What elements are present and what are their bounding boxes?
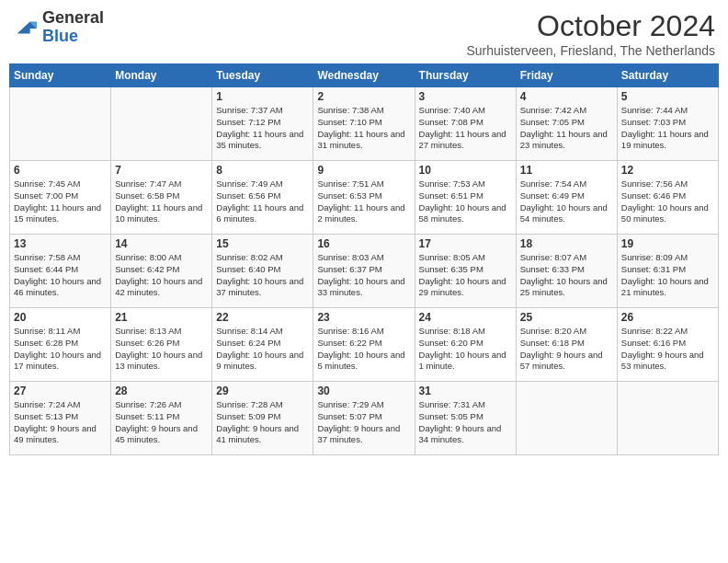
day-number: 19 xyxy=(621,237,714,250)
day-number: 8 xyxy=(216,164,309,177)
cell-content: Sunrise: 8:09 AMSunset: 6:31 PMDaylight:… xyxy=(621,252,714,299)
cell-content: Sunrise: 7:24 AMSunset: 5:13 PMDaylight:… xyxy=(14,399,107,446)
calendar-cell: 11Sunrise: 7:54 AMSunset: 6:49 PMDayligh… xyxy=(516,161,617,235)
calendar-cell xyxy=(516,382,617,455)
cell-content: Sunrise: 8:22 AMSunset: 6:16 PMDaylight:… xyxy=(621,326,714,373)
day-number: 10 xyxy=(419,164,512,177)
calendar-cell: 24Sunrise: 8:18 AMSunset: 6:20 PMDayligh… xyxy=(415,308,516,382)
cell-content: Sunrise: 8:02 AMSunset: 6:40 PMDaylight:… xyxy=(216,252,309,299)
cell-content: Sunrise: 7:38 AMSunset: 7:10 PMDaylight:… xyxy=(317,105,410,152)
day-number: 30 xyxy=(317,385,410,397)
cell-content: Sunrise: 8:07 AMSunset: 6:33 PMDaylight:… xyxy=(520,252,613,299)
page-header: General Blue October 2024 Surhuisterveen… xyxy=(9,9,719,58)
day-number: 6 xyxy=(14,164,107,177)
cell-content: Sunrise: 8:20 AMSunset: 6:18 PMDaylight:… xyxy=(520,326,613,373)
calendar-cell: 29Sunrise: 7:28 AMSunset: 5:09 PMDayligh… xyxy=(212,382,313,455)
logo-text: General Blue xyxy=(42,9,104,46)
cell-content: Sunrise: 7:53 AMSunset: 6:51 PMDaylight:… xyxy=(419,178,512,225)
calendar-week-row: 13Sunrise: 7:58 AMSunset: 6:44 PMDayligh… xyxy=(10,235,719,308)
day-number: 28 xyxy=(115,385,208,397)
cell-content: Sunrise: 7:54 AMSunset: 6:49 PMDaylight:… xyxy=(520,178,613,225)
cell-content: Sunrise: 7:40 AMSunset: 7:08 PMDaylight:… xyxy=(419,105,512,152)
cell-content: Sunrise: 8:14 AMSunset: 6:24 PMDaylight:… xyxy=(216,326,309,373)
calendar-cell: 16Sunrise: 8:03 AMSunset: 6:37 PMDayligh… xyxy=(313,235,415,308)
calendar-cell xyxy=(617,382,718,455)
day-number: 12 xyxy=(621,164,714,177)
day-number: 2 xyxy=(317,90,410,103)
day-number: 5 xyxy=(621,90,714,103)
logo: General Blue xyxy=(13,9,104,46)
weekday-header-monday: Monday xyxy=(111,64,212,87)
calendar-cell: 19Sunrise: 8:09 AMSunset: 6:31 PMDayligh… xyxy=(617,235,718,308)
day-number: 17 xyxy=(419,237,512,250)
cell-content: Sunrise: 7:58 AMSunset: 6:44 PMDaylight:… xyxy=(14,252,107,299)
calendar-cell: 12Sunrise: 7:56 AMSunset: 6:46 PMDayligh… xyxy=(617,161,718,235)
calendar-cell: 8Sunrise: 7:49 AMSunset: 6:56 PMDaylight… xyxy=(212,161,313,235)
weekday-header-friday: Friday xyxy=(516,64,617,87)
weekday-header-thursday: Thursday xyxy=(415,64,516,87)
calendar-cell: 6Sunrise: 7:45 AMSunset: 7:00 PMDaylight… xyxy=(10,161,111,235)
calendar-cell: 1Sunrise: 7:37 AMSunset: 7:12 PMDaylight… xyxy=(212,87,313,161)
calendar-cell: 15Sunrise: 8:02 AMSunset: 6:40 PMDayligh… xyxy=(212,235,313,308)
calendar-cell: 28Sunrise: 7:26 AMSunset: 5:11 PMDayligh… xyxy=(111,382,212,455)
cell-content: Sunrise: 8:05 AMSunset: 6:35 PMDaylight:… xyxy=(419,252,512,299)
day-number: 13 xyxy=(14,237,107,250)
calendar-cell: 30Sunrise: 7:29 AMSunset: 5:07 PMDayligh… xyxy=(313,382,415,455)
cell-content: Sunrise: 8:13 AMSunset: 6:26 PMDaylight:… xyxy=(115,326,208,373)
day-number: 9 xyxy=(317,164,410,177)
calendar-week-row: 27Sunrise: 7:24 AMSunset: 5:13 PMDayligh… xyxy=(10,382,719,455)
cell-content: Sunrise: 7:49 AMSunset: 6:56 PMDaylight:… xyxy=(216,178,309,225)
title-block: October 2024 Surhuisterveen, Friesland, … xyxy=(466,9,715,58)
day-number: 3 xyxy=(419,90,512,103)
calendar-cell: 21Sunrise: 8:13 AMSunset: 6:26 PMDayligh… xyxy=(111,308,212,382)
calendar-cell: 3Sunrise: 7:40 AMSunset: 7:08 PMDaylight… xyxy=(415,87,516,161)
day-number: 16 xyxy=(317,237,410,250)
day-number: 29 xyxy=(216,385,309,397)
calendar-cell: 14Sunrise: 8:00 AMSunset: 6:42 PMDayligh… xyxy=(111,235,212,308)
calendar-cell: 25Sunrise: 8:20 AMSunset: 6:18 PMDayligh… xyxy=(516,308,617,382)
cell-content: Sunrise: 7:44 AMSunset: 7:03 PMDaylight:… xyxy=(621,105,714,152)
day-number: 22 xyxy=(216,311,309,324)
day-number: 27 xyxy=(14,385,107,397)
calendar-cell: 5Sunrise: 7:44 AMSunset: 7:03 PMDaylight… xyxy=(617,87,718,161)
cell-content: Sunrise: 7:31 AMSunset: 5:05 PMDaylight:… xyxy=(419,399,512,446)
weekday-header-wednesday: Wednesday xyxy=(313,64,415,87)
cell-content: Sunrise: 8:03 AMSunset: 6:37 PMDaylight:… xyxy=(317,252,410,299)
calendar-cell: 2Sunrise: 7:38 AMSunset: 7:10 PMDaylight… xyxy=(313,87,415,161)
calendar-week-row: 6Sunrise: 7:45 AMSunset: 7:00 PMDaylight… xyxy=(10,161,719,235)
day-number: 26 xyxy=(621,311,714,324)
cell-content: Sunrise: 7:42 AMSunset: 7:05 PMDaylight:… xyxy=(520,105,613,152)
weekday-header-saturday: Saturday xyxy=(617,64,718,87)
calendar-cell: 31Sunrise: 7:31 AMSunset: 5:05 PMDayligh… xyxy=(415,382,516,455)
calendar-week-row: 20Sunrise: 8:11 AMSunset: 6:28 PMDayligh… xyxy=(10,308,719,382)
calendar-cell: 27Sunrise: 7:24 AMSunset: 5:13 PMDayligh… xyxy=(10,382,111,455)
cell-content: Sunrise: 7:51 AMSunset: 6:53 PMDaylight:… xyxy=(317,178,410,225)
logo-icon xyxy=(13,15,39,40)
month-title: October 2024 xyxy=(466,9,715,43)
cell-content: Sunrise: 7:28 AMSunset: 5:09 PMDaylight:… xyxy=(216,399,309,446)
cell-content: Sunrise: 7:26 AMSunset: 5:11 PMDaylight:… xyxy=(115,399,208,446)
calendar-week-row: 1Sunrise: 7:37 AMSunset: 7:12 PMDaylight… xyxy=(10,87,719,161)
calendar-cell: 20Sunrise: 8:11 AMSunset: 6:28 PMDayligh… xyxy=(10,308,111,382)
day-number: 14 xyxy=(115,237,208,250)
calendar-cell: 7Sunrise: 7:47 AMSunset: 6:58 PMDaylight… xyxy=(111,161,212,235)
day-number: 21 xyxy=(115,311,208,324)
cell-content: Sunrise: 8:11 AMSunset: 6:28 PMDaylight:… xyxy=(14,326,107,373)
weekday-header-sunday: Sunday xyxy=(10,64,111,87)
calendar-cell: 4Sunrise: 7:42 AMSunset: 7:05 PMDaylight… xyxy=(516,87,617,161)
cell-content: Sunrise: 8:00 AMSunset: 6:42 PMDaylight:… xyxy=(115,252,208,299)
day-number: 20 xyxy=(14,311,107,324)
day-number: 15 xyxy=(216,237,309,250)
calendar-cell xyxy=(111,87,212,161)
cell-content: Sunrise: 8:18 AMSunset: 6:20 PMDaylight:… xyxy=(419,326,512,373)
calendar-cell: 9Sunrise: 7:51 AMSunset: 6:53 PMDaylight… xyxy=(313,161,415,235)
day-number: 1 xyxy=(216,90,309,103)
day-number: 7 xyxy=(115,164,208,177)
location-subtitle: Surhuisterveen, Friesland, The Netherlan… xyxy=(466,43,715,58)
calendar-cell: 10Sunrise: 7:53 AMSunset: 6:51 PMDayligh… xyxy=(415,161,516,235)
day-number: 11 xyxy=(520,164,613,177)
calendar-cell: 17Sunrise: 8:05 AMSunset: 6:35 PMDayligh… xyxy=(415,235,516,308)
calendar-cell: 18Sunrise: 8:07 AMSunset: 6:33 PMDayligh… xyxy=(516,235,617,308)
cell-content: Sunrise: 8:16 AMSunset: 6:22 PMDaylight:… xyxy=(317,326,410,373)
cell-content: Sunrise: 7:45 AMSunset: 7:00 PMDaylight:… xyxy=(14,178,107,225)
